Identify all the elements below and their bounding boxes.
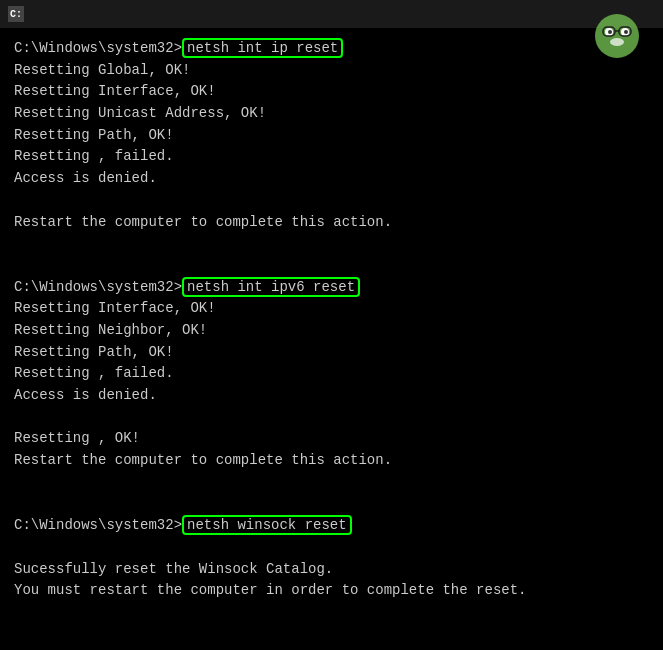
cmd-output-line: You must restart the computer in order t… (14, 580, 649, 602)
cmd-prompt: C:\Windows\system32> (14, 40, 182, 56)
cmd-command-line: C:\Windows\system32>netsh int ipv6 reset (14, 277, 649, 299)
cmd-highlighted-command: netsh winsock reset (182, 515, 352, 535)
cmd-body: C:\Windows\system32>netsh int ip resetRe… (0, 28, 663, 650)
cmd-output-line: Resetting Global, OK! (14, 60, 649, 82)
cmd-output-line: Resetting , OK! (14, 428, 649, 450)
cmd-output-line: Access is denied. (14, 385, 649, 407)
cmd-highlighted-command: netsh int ipv6 reset (182, 277, 360, 297)
blank-line (14, 493, 649, 515)
cmd-icon: C: (8, 6, 24, 22)
blank-line (14, 190, 649, 212)
svg-point-3 (608, 30, 612, 34)
cmd-highlighted-command: netsh int ip reset (182, 38, 343, 58)
cmd-output-line: Sucessfully reset the Winsock Catalog. (14, 559, 649, 581)
svg-point-5 (610, 38, 624, 46)
cmd-window: C: C:\Windows\system32>netsh int ip rese… (0, 0, 663, 650)
blank-line (14, 407, 649, 429)
cmd-command-line: C:\Windows\system32>netsh winsock reset (14, 515, 649, 537)
cmd-output-line: Restart the computer to complete this ac… (14, 212, 649, 234)
cmd-output-line: Resetting Path, OK! (14, 125, 649, 147)
watermark (581, 6, 653, 64)
cmd-output-line: Resetting , failed. (14, 146, 649, 168)
svg-point-0 (595, 14, 639, 58)
cmd-output-line: Resetting Path, OK! (14, 342, 649, 364)
cmd-command-line: C:\Windows\system32>netsh int ip reset (14, 38, 649, 60)
blank-line (14, 537, 649, 559)
title-bar: C: (0, 0, 663, 28)
blank-line (14, 472, 649, 494)
cmd-output-line: Resetting , failed. (14, 363, 649, 385)
cmd-prompt: C:\Windows\system32> (14, 279, 182, 295)
cmd-output-line: Access is denied. (14, 168, 649, 190)
cmd-output-line: Resetting Interface, OK! (14, 81, 649, 103)
blank-line (14, 255, 649, 277)
svg-point-4 (624, 30, 628, 34)
cmd-prompt: C:\Windows\system32> (14, 517, 182, 533)
cmd-output-line: Resetting Neighbor, OK! (14, 320, 649, 342)
cmd-output-line: Resetting Interface, OK! (14, 298, 649, 320)
cmd-output-line: Resetting Unicast Address, OK! (14, 103, 649, 125)
blank-line (14, 233, 649, 255)
cmd-output-line: Restart the computer to complete this ac… (14, 450, 649, 472)
